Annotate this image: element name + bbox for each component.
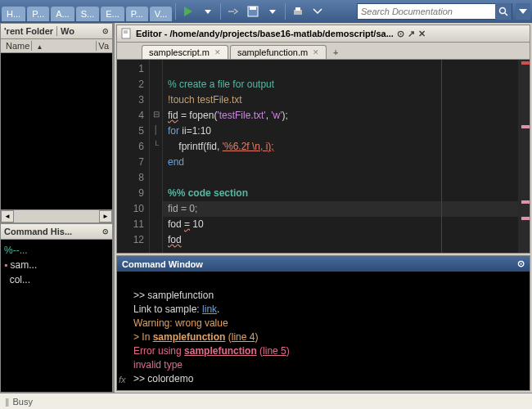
new-tab-button[interactable]: + xyxy=(328,45,343,59)
overview-ruler[interactable] xyxy=(518,60,530,253)
line-gutter: 123456789101112 xyxy=(117,60,150,253)
editor-panel: Editor - /home/andy/projects/base16-matl… xyxy=(116,25,530,254)
editor-title-bar: Editor - /home/andy/projects/base16-matl… xyxy=(117,25,530,43)
grip-icon: |||| xyxy=(5,397,7,407)
panel-menu-icon[interactable]: ⊙ xyxy=(102,27,109,35)
ribbon-tab[interactable]: S... xyxy=(76,7,100,21)
print-button[interactable] xyxy=(289,2,307,20)
history-panel-title: Command His... ⊙ xyxy=(1,224,112,240)
search-box xyxy=(357,3,512,20)
search-button[interactable] xyxy=(495,3,512,20)
svg-rect-6 xyxy=(295,7,300,11)
warn-marker-icon[interactable] xyxy=(521,200,530,204)
folder-body[interactable] xyxy=(1,53,112,209)
step-button[interactable] xyxy=(224,2,242,20)
ribbon-tab[interactable]: H... xyxy=(2,7,25,21)
error-marker-icon[interactable] xyxy=(521,61,530,65)
link[interactable]: link xyxy=(202,303,217,315)
history-item[interactable]: col... xyxy=(4,272,109,287)
command-history-panel: Command His... ⊙ %--... ▪ sam... col... xyxy=(0,223,113,393)
ribbon-tab[interactable]: V... xyxy=(150,7,173,21)
history-item[interactable]: %--... xyxy=(4,243,109,258)
maximize-button[interactable]: ↗ xyxy=(408,29,415,39)
panel-menu-icon[interactable]: ⊙ xyxy=(517,258,525,269)
ribbon-tab[interactable]: A... xyxy=(51,7,74,21)
svg-rect-3 xyxy=(250,7,256,10)
code-content[interactable]: % create a file for output !touch testFi… xyxy=(163,60,518,253)
panel-menu-icon[interactable]: ⊙ xyxy=(397,29,404,39)
command-window-panel: Command Window ⊙ fx>> samplefunction Lin… xyxy=(116,255,530,391)
command-window-title: Command Window ⊙ xyxy=(117,256,530,272)
tab-close-icon[interactable]: ✕ xyxy=(214,48,221,56)
col-value[interactable]: Va xyxy=(97,41,110,51)
svg-line-8 xyxy=(505,13,507,16)
fx-icon[interactable]: fx xyxy=(119,373,126,387)
run-button[interactable] xyxy=(179,2,197,20)
svg-point-7 xyxy=(500,8,506,14)
editor-tab[interactable]: samplefunction.m✕ xyxy=(230,45,327,59)
editor-tab-bar: samplescript.m✕ samplefunction.m✕ + xyxy=(117,43,530,60)
save-button[interactable] xyxy=(244,2,262,20)
svg-marker-0 xyxy=(184,7,192,16)
search-input[interactable] xyxy=(358,7,495,16)
editor-tab[interactable]: samplescript.m✕ xyxy=(142,45,228,59)
link[interactable]: samplefunction xyxy=(184,345,257,357)
ribbon-tab[interactable]: P... xyxy=(27,7,49,21)
warn-marker-icon[interactable] xyxy=(521,217,530,220)
svg-marker-4 xyxy=(269,10,276,14)
status-bar: |||| Busy xyxy=(0,393,532,409)
ribbon-tab[interactable]: P... xyxy=(126,7,148,21)
history-body[interactable]: %--... ▪ sam... col... xyxy=(1,240,112,392)
scroll-right-icon[interactable]: ► xyxy=(99,210,112,222)
fold-icon[interactable]: ⊟ xyxy=(150,106,162,122)
status-text: Busy xyxy=(12,397,32,407)
current-folder-panel: 'rent Folder Wo ⊙ Name ▲ Va ◄ ► xyxy=(0,23,113,223)
tab-close-icon[interactable]: ✕ xyxy=(313,48,319,56)
ribbon-tab[interactable]: E... xyxy=(101,7,124,21)
main-toolbar: H... P... A... S... E... P... V... xyxy=(0,0,532,23)
folder-panel-title: 'rent Folder Wo ⊙ xyxy=(1,24,112,39)
scroll-left-icon[interactable]: ◄ xyxy=(1,210,14,222)
editor-icon xyxy=(121,28,133,39)
svg-marker-9 xyxy=(519,9,527,14)
more-button[interactable] xyxy=(309,2,327,20)
folder-columns: Name ▲ Va xyxy=(1,39,112,53)
svg-marker-1 xyxy=(205,10,211,14)
history-item[interactable]: ▪ sam... xyxy=(4,258,109,272)
link[interactable]: line 4 xyxy=(232,331,255,343)
layout-dropdown[interactable] xyxy=(516,3,530,20)
save-dropdown[interactable] xyxy=(264,2,282,20)
link[interactable]: samplefunction xyxy=(153,331,226,343)
panel-menu-icon[interactable]: ⊙ xyxy=(102,227,109,236)
editor-title-text: Editor - /home/andy/projects/base16-matl… xyxy=(136,29,394,38)
folder-hscroll[interactable]: ◄ ► xyxy=(1,209,112,222)
workspace-tab[interactable]: Wo xyxy=(56,26,74,36)
warn-marker-icon[interactable] xyxy=(521,125,530,128)
code-area[interactable]: 123456789101112 ⊟│└ % create a file for … xyxy=(117,60,530,253)
link[interactable]: line 5 xyxy=(263,345,286,357)
svg-rect-10 xyxy=(122,29,130,38)
run-dropdown[interactable] xyxy=(199,2,217,20)
col-name[interactable]: Name ▲ xyxy=(2,41,97,51)
fold-gutter[interactable]: ⊟│└ xyxy=(150,60,163,253)
command-window-body[interactable]: fx>> samplefunction Link to sample: link… xyxy=(117,272,530,390)
close-button[interactable]: ✕ xyxy=(418,29,426,39)
